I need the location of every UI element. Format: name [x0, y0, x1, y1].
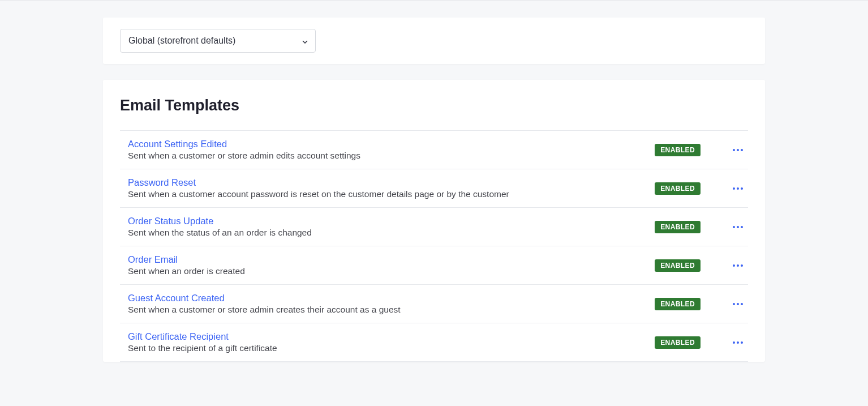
status-badge: ENABLED [655, 298, 701, 310]
svg-point-5 [741, 187, 743, 190]
more-actions-button[interactable] [728, 260, 748, 271]
svg-point-0 [733, 149, 735, 151]
section-title: Email Templates [120, 97, 748, 114]
svg-point-17 [741, 341, 743, 344]
ellipsis-icon [732, 341, 744, 344]
ellipsis-icon [732, 225, 744, 229]
status-badge: ENABLED [655, 182, 701, 195]
template-desc: Sent when a customer account password is… [128, 189, 655, 199]
svg-point-9 [733, 264, 735, 267]
svg-point-15 [733, 341, 735, 344]
template-row: Password Reset Sent when a customer acco… [120, 169, 748, 208]
status-badge: ENABLED [655, 336, 701, 349]
svg-point-10 [737, 264, 739, 267]
ellipsis-icon [732, 148, 744, 152]
svg-point-3 [733, 187, 735, 190]
more-actions-button[interactable] [728, 222, 748, 232]
template-desc: Sent when an order is created [128, 266, 655, 276]
more-actions-button[interactable] [728, 183, 748, 194]
more-actions-button[interactable] [728, 337, 748, 348]
scope-select[interactable]: Global (storefront defaults) [120, 29, 316, 53]
template-row: Order Status Update Sent when the status… [120, 208, 748, 246]
svg-point-13 [737, 303, 739, 305]
template-link[interactable]: Account Settings Edited [128, 139, 227, 149]
email-templates-card: Email Templates Account Settings Edited … [103, 80, 765, 362]
template-info: Order Email Sent when an order is create… [128, 254, 655, 276]
template-desc: Sent when the status of an an order is c… [128, 228, 655, 238]
svg-point-7 [737, 226, 739, 228]
more-actions-button[interactable] [728, 145, 748, 155]
ellipsis-icon [732, 187, 744, 190]
template-row: Order Email Sent when an order is create… [120, 246, 748, 285]
ellipsis-icon [732, 264, 744, 267]
scope-selector-card: Global (storefront defaults) [103, 18, 765, 64]
template-desc: Sent when a customer or store admin crea… [128, 305, 655, 315]
template-link[interactable]: Gift Certificate Recipient [128, 331, 229, 342]
svg-point-1 [737, 149, 739, 151]
template-link[interactable]: Guest Account Created [128, 293, 225, 304]
status-badge: ENABLED [655, 221, 701, 233]
more-actions-button[interactable] [728, 299, 748, 309]
template-info: Gift Certificate Recipient Sent to the r… [128, 331, 655, 353]
svg-point-11 [741, 264, 743, 267]
svg-point-4 [737, 187, 739, 190]
scope-select-value: Global (storefront defaults) [128, 36, 235, 46]
template-link[interactable]: Password Reset [128, 177, 196, 188]
template-link[interactable]: Order Email [128, 254, 178, 265]
template-desc: Sent to the recipient of a gift certific… [128, 343, 655, 353]
template-link[interactable]: Order Status Update [128, 216, 213, 226]
svg-point-8 [741, 226, 743, 228]
svg-point-14 [741, 303, 743, 305]
svg-point-2 [741, 149, 743, 151]
template-row: Gift Certificate Recipient Sent to the r… [120, 323, 748, 362]
template-desc: Sent when a customer or store admin edit… [128, 151, 655, 161]
status-badge: ENABLED [655, 259, 701, 272]
svg-point-16 [737, 341, 739, 344]
template-row: Guest Account Created Sent when a custom… [120, 285, 748, 323]
status-badge: ENABLED [655, 144, 701, 156]
template-info: Guest Account Created Sent when a custom… [128, 293, 655, 315]
template-row: Account Settings Edited Sent when a cust… [120, 131, 748, 169]
template-list: Account Settings Edited Sent when a cust… [120, 130, 748, 362]
ellipsis-icon [732, 302, 744, 306]
svg-point-6 [733, 226, 735, 228]
template-info: Account Settings Edited Sent when a cust… [128, 139, 655, 161]
template-info: Password Reset Sent when a customer acco… [128, 177, 655, 199]
svg-point-12 [733, 303, 735, 305]
template-info: Order Status Update Sent when the status… [128, 216, 655, 238]
